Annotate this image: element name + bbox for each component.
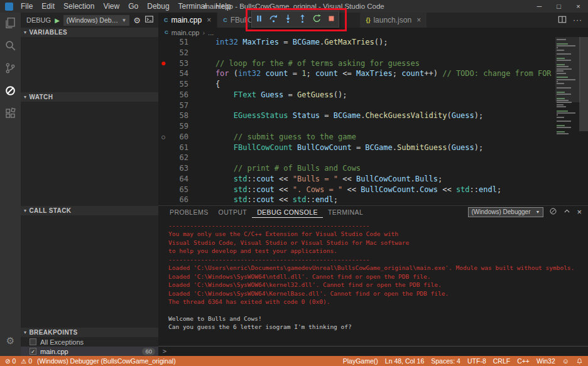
breadcrumb[interactable]: Cmain.cpp›... <box>158 28 588 37</box>
section-header-variables[interactable]: ▾ VARIABLES <box>21 28 158 37</box>
console-target-select[interactable]: (Windows) Debugger ▼ <box>468 207 544 217</box>
start-debugging-icon[interactable]: ▶ <box>55 17 60 24</box>
code-line-57[interactable]: 57 <box>158 100 557 111</box>
breakpoint-item-main-cpp[interactable]: ✓ main.cpp 60 <box>21 347 158 356</box>
status-platform[interactable]: Win32 <box>536 357 555 365</box>
code-line-61[interactable]: 61 FBullCowCount BullCowCount = BCGame.S… <box>158 143 557 153</box>
code-line-60[interactable]: ○60 // submit guess to the game <box>158 132 557 143</box>
unchecked-checkbox[interactable] <box>30 338 36 345</box>
panel-tab-problems[interactable]: PROBLEMS <box>165 206 214 218</box>
code-line-58[interactable]: 58 EGuessStatus Status = BCGame.CheckGue… <box>158 110 557 121</box>
activitybar-source-control[interactable] <box>0 58 21 80</box>
status-debug-target[interactable]: (Windows) Debugger (BullsCowGame_origina… <box>37 357 176 365</box>
status-indentation[interactable]: Spaces: 4 <box>431 357 460 365</box>
feedback-smiley-icon[interactable]: ☺ <box>562 358 569 365</box>
checked-checkbox[interactable]: ✓ <box>30 348 36 355</box>
menu-go[interactable]: Go <box>124 0 143 13</box>
panel-tab-debug-console[interactable]: DEBUG CONSOLE <box>252 206 323 218</box>
code-line-63[interactable]: 63 // print # of Bulls and Cows <box>158 163 557 174</box>
status-language[interactable]: C++ <box>517 357 530 365</box>
menu-edit[interactable]: Edit <box>37 0 59 13</box>
status-eol[interactable]: CRLF <box>493 357 510 365</box>
glyph-margin[interactable] <box>158 90 168 100</box>
minimap-slider[interactable] <box>555 37 580 102</box>
code-editor[interactable]: 51 int32 MaxTries = BCGame.GetMaxTries()… <box>158 37 588 205</box>
code-line-51[interactable]: 51 int32 MaxTries = BCGame.GetMaxTries()… <box>158 37 557 48</box>
section-header-call-stack[interactable]: ▾ CALL STACK <box>21 206 158 215</box>
menu-file[interactable]: File <box>16 0 37 13</box>
glyph-margin[interactable] <box>158 37 168 48</box>
section-header-breakpoints[interactable]: ▾ BREAKPOINTS <box>21 328 158 337</box>
status-warnings[interactable]: ⚠0 <box>21 357 32 365</box>
close-icon[interactable]: × <box>207 16 211 24</box>
debug-console-toggle-icon[interactable] <box>144 14 154 26</box>
menu-view[interactable]: View <box>99 0 124 13</box>
configure-gear-icon[interactable]: ⚙ <box>133 16 141 24</box>
tab-launch-json[interactable]: {} launch.json × <box>360 13 427 28</box>
debug-console-output[interactable]: ----------------------------------------… <box>158 218 588 346</box>
code-area[interactable]: 51 int32 MaxTries = BCGame.GetMaxTries()… <box>158 37 557 205</box>
close-button[interactable]: × <box>569 0 588 13</box>
disabled-breakpoint-icon[interactable]: ○ <box>158 132 168 143</box>
close-icon[interactable]: × <box>416 16 421 24</box>
activitybar-extensions[interactable] <box>0 103 21 126</box>
glyph-margin[interactable] <box>158 48 168 58</box>
editor-scrollbar[interactable] <box>579 37 588 205</box>
code-line-54[interactable]: 54 for (int32 count = 1; count <= MaxTri… <box>158 68 557 79</box>
status-errors[interactable]: ⊘0 <box>5 357 16 365</box>
glyph-margin[interactable] <box>158 100 168 111</box>
menu-help[interactable]: Help <box>211 0 236 13</box>
code-line-62[interactable]: 62 <box>158 153 557 163</box>
code-line-66[interactable]: 66 std::cout << std::endl; <box>158 195 557 205</box>
glyph-margin[interactable] <box>158 153 168 163</box>
glyph-margin[interactable] <box>158 121 168 132</box>
panel-tab-terminal[interactable]: TERMINAL <box>323 206 368 218</box>
menu-selection[interactable]: Selection <box>59 0 99 13</box>
minimap[interactable] <box>557 39 579 136</box>
glyph-margin[interactable] <box>158 163 168 174</box>
breadcrumb-item[interactable]: ... <box>208 29 214 36</box>
activitybar-search[interactable] <box>0 35 21 58</box>
activitybar-explorer[interactable] <box>0 13 21 35</box>
code-line-56[interactable]: 56 FText Guess = GetGuess(); <box>158 90 557 100</box>
tab-main-cpp[interactable]: C main.cpp × <box>158 13 217 28</box>
stop-button[interactable] <box>324 11 339 27</box>
panel-tab-output[interactable]: OUTPUT <box>214 206 253 218</box>
code-line-65[interactable]: 65 std::cout << ". Cows = " << BullCowCo… <box>158 185 557 195</box>
glyph-margin[interactable] <box>158 143 168 153</box>
code-line-55[interactable]: 55 { <box>158 79 557 90</box>
breakpoint-item-all-exceptions[interactable]: All Exceptions <box>21 337 158 347</box>
glyph-margin[interactable] <box>158 79 168 90</box>
step-into-button[interactable] <box>281 11 295 27</box>
menu-terminal[interactable]: Terminal <box>174 0 211 13</box>
step-over-button[interactable] <box>266 11 281 27</box>
debug-console-input[interactable]: > <box>158 346 588 356</box>
pause-button[interactable] <box>252 11 266 27</box>
breadcrumb-item[interactable]: main.cpp <box>172 29 200 36</box>
code-line-59[interactable]: 59 <box>158 121 557 132</box>
code-line-53[interactable]: ●53 // loop for the # of terms asking fo… <box>158 58 557 69</box>
code-line-64[interactable]: 64 std::cout << "Bulls = " << BullCowCou… <box>158 174 557 185</box>
status-encoding[interactable]: UTF-8 <box>467 357 486 365</box>
glyph-margin[interactable] <box>158 68 168 79</box>
activitybar-debug[interactable] <box>0 80 21 103</box>
glyph-margin[interactable] <box>158 185 168 195</box>
notifications-bell-icon[interactable] <box>576 358 583 365</box>
status-cursor-position[interactable]: Ln 48, Col 16 <box>385 357 424 365</box>
menu-debug[interactable]: Debug <box>143 0 173 13</box>
maximize-button[interactable]: □ <box>549 0 569 13</box>
activitybar-settings[interactable]: ⚙ <box>0 330 21 352</box>
clear-console-icon[interactable] <box>549 207 557 217</box>
close-panel-icon[interactable]: × <box>577 207 582 217</box>
breakpoint-icon[interactable]: ● <box>158 58 168 69</box>
split-editor-icon[interactable] <box>558 15 567 26</box>
debug-configuration-select[interactable]: (Windows) Debugger ▼ <box>63 15 130 26</box>
restart-button[interactable] <box>310 11 324 27</box>
maximize-panel-icon[interactable] <box>563 207 571 217</box>
more-actions-icon[interactable]: ··· <box>573 16 582 24</box>
code-line-52[interactable]: 52 <box>158 48 557 58</box>
minimize-button[interactable]: ─ <box>530 0 549 13</box>
glyph-margin[interactable] <box>158 110 168 121</box>
glyph-margin[interactable] <box>158 195 168 205</box>
scrollbar-thumb[interactable] <box>579 37 588 131</box>
